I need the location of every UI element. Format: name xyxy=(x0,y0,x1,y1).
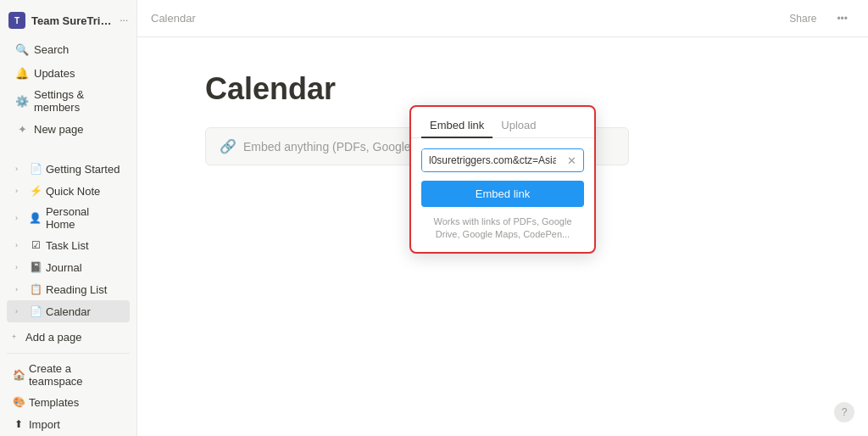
topbar: Calendar Share ••• xyxy=(137,0,868,37)
sidebar-item-personal-home[interactable]: › 👤 Personal Home xyxy=(7,202,130,234)
embed-tabs: Embed link Upload xyxy=(411,107,594,138)
checkbox-icon: ☑ xyxy=(29,238,42,252)
tab-upload[interactable]: Upload xyxy=(492,114,544,138)
sidebar-item-journal-label: Journal xyxy=(46,261,82,274)
sidebar-item-create-teamspace[interactable]: 🏠 Create a teamspace xyxy=(3,359,133,391)
embed-works-hint: Works with links of PDFs, Google Drive, … xyxy=(421,215,584,242)
team-selector[interactable]: T Team SureTrigger... ⋯ xyxy=(0,7,136,34)
gear-icon: ⚙️ xyxy=(15,94,29,108)
sidebar-item-calendar[interactable]: › 📄 Calendar xyxy=(7,300,130,322)
sidebar-item-quick-note-label: Quick Note xyxy=(46,185,100,198)
breadcrumb: Calendar xyxy=(151,12,196,25)
sidebar-item-task-list-label: Task List xyxy=(46,239,89,252)
sidebar-item-add-page-label: Add a page xyxy=(25,331,82,344)
chevron-icon: › xyxy=(15,241,25,249)
sidebar-item-templates[interactable]: 🎨 Templates xyxy=(3,391,133,413)
sidebar-item-settings-label: Settings & members xyxy=(34,88,121,114)
embed-popup: Embed link Upload ✕ Embed link Works wit… xyxy=(409,105,596,254)
bolt-icon: ⚡ xyxy=(29,184,42,198)
person-icon: 👤 xyxy=(29,211,42,225)
team-name: Team SureTrigger... xyxy=(31,14,114,27)
sidebar-item-quick-note[interactable]: › ⚡ Quick Note xyxy=(7,180,130,202)
embed-link-button[interactable]: Embed link xyxy=(421,181,584,207)
sidebar-item-new-page[interactable]: ✦ New page xyxy=(7,117,130,141)
main-area: Calendar Share ••• Calendar 🔗 Embed anyt… xyxy=(137,0,868,436)
bell-icon: 🔔 xyxy=(15,66,29,80)
sidebar-item-journal[interactable]: › 📓 Journal xyxy=(7,256,130,278)
sidebar-item-task-list[interactable]: › ☑ Task List xyxy=(7,234,130,256)
import-icon: ⬆ xyxy=(12,417,25,431)
share-button[interactable]: Share xyxy=(782,9,823,28)
sidebar-item-search[interactable]: 🔍 Search xyxy=(7,37,130,61)
book-icon: 📓 xyxy=(29,260,42,274)
plus-icon: ✦ xyxy=(15,122,29,136)
sidebar-item-updates-label: Updates xyxy=(34,67,121,80)
embed-link-input[interactable] xyxy=(422,149,563,171)
sidebar-item-personal-home-label: Personal Home xyxy=(46,205,121,231)
calendar-icon: 📄 xyxy=(29,305,42,318)
sidebar-item-new-page-label: New page xyxy=(34,123,121,136)
tab-embed-link[interactable]: Embed link xyxy=(421,114,492,138)
more-button[interactable]: ••• xyxy=(830,9,854,28)
chevron-icon: › xyxy=(15,187,25,195)
list-icon: 📋 xyxy=(29,282,42,296)
team-icon: T xyxy=(8,12,25,29)
team-chevron-icon: ⋯ xyxy=(120,16,128,25)
sidebar-item-reading-list[interactable]: › 📋 Reading List xyxy=(7,278,130,300)
sidebar-item-calendar-label: Calendar xyxy=(46,305,91,318)
search-icon: 🔍 xyxy=(15,42,29,56)
chevron-icon: › xyxy=(15,263,25,271)
teamspace-icon: 🏠 xyxy=(12,368,25,382)
sidebar-pages-section: › 📄 Getting Started › ⚡ Quick Note › 👤 P… xyxy=(0,154,136,326)
page-icon: 📄 xyxy=(29,162,42,176)
sidebar-item-updates[interactable]: 🔔 Updates xyxy=(7,61,130,85)
sidebar-divider-2 xyxy=(7,353,130,354)
templates-icon: 🎨 xyxy=(12,395,25,409)
embed-popup-body: ✕ Embed link Works with links of PDFs, G… xyxy=(411,138,594,252)
sidebar-item-getting-started-label: Getting Started xyxy=(46,163,120,176)
sidebar-item-reading-list-label: Reading List xyxy=(46,283,107,296)
sidebar-item-add-page[interactable]: + Add a page xyxy=(3,326,133,348)
help-button[interactable]: ? xyxy=(834,402,854,422)
sidebar-item-search-label: Search xyxy=(34,43,121,56)
topbar-actions: Share ••• xyxy=(782,9,854,28)
sidebar-top-section: 🔍 Search 🔔 Updates ⚙️ Settings & members… xyxy=(0,34,136,144)
sidebar-bottom: + Add a page 🏠 Create a teamspace 🎨 Temp… xyxy=(0,326,136,436)
sidebar: T Team SureTrigger... ⋯ 🔍 Search 🔔 Updat… xyxy=(0,0,137,436)
chevron-icon: › xyxy=(15,285,25,293)
clear-icon[interactable]: ✕ xyxy=(563,152,580,169)
page-content: Calendar 🔗 Embed anything (PDFs, Google … xyxy=(137,37,868,436)
chevron-icon: › xyxy=(15,165,25,173)
sidebar-item-import[interactable]: ⬆ Import xyxy=(3,413,133,435)
sidebar-item-templates-label: Templates xyxy=(29,396,79,409)
sidebar-item-settings[interactable]: ⚙️ Settings & members xyxy=(7,85,130,117)
chevron-icon: › xyxy=(15,214,25,222)
chevron-icon: › xyxy=(15,307,25,316)
sidebar-item-import-label: Import xyxy=(29,418,60,431)
embed-input-row: ✕ xyxy=(421,148,584,172)
embed-popup-overlay: Embed link Upload ✕ Embed link Works wit… xyxy=(137,37,868,436)
plus-small-icon: + xyxy=(12,333,22,341)
sidebar-item-create-teamspace-label: Create a teamspace xyxy=(29,362,125,388)
sidebar-item-getting-started[interactable]: › 📄 Getting Started xyxy=(7,158,130,180)
